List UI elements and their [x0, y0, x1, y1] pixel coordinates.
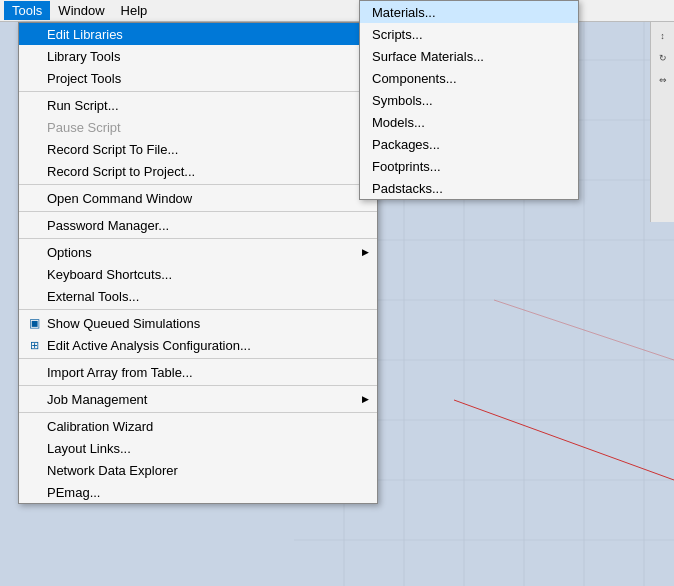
submenu-item-models[interactable]: Models...	[360, 111, 578, 133]
sep6	[19, 358, 377, 359]
mirror-button[interactable]: ⇔	[653, 70, 673, 90]
library-tools-label: Library Tools	[47, 49, 120, 64]
open-command-label: Open Command Window	[47, 191, 192, 206]
layout-links-label: Layout Links...	[47, 441, 131, 456]
svg-line-15	[454, 400, 674, 480]
surface-materials-label: Surface Materials...	[372, 49, 484, 64]
sep2	[19, 184, 377, 185]
calibration-wizard-label: Calibration Wizard	[47, 419, 153, 434]
sep8	[19, 412, 377, 413]
scripts-label: Scripts...	[372, 27, 423, 42]
submenu-item-packages[interactable]: Packages...	[360, 133, 578, 155]
job-management-label: Job Management	[47, 392, 147, 407]
models-label: Models...	[372, 115, 425, 130]
menu-item-import-array[interactable]: Import Array from Table...	[19, 361, 377, 383]
menu-item-open-command[interactable]: Open Command Window	[19, 187, 377, 209]
menu-item-password-manager[interactable]: Password Manager...	[19, 214, 377, 236]
menu-item-record-script-project[interactable]: Record Script to Project...	[19, 160, 377, 182]
menu-item-layout-links[interactable]: Layout Links...	[19, 437, 377, 459]
materials-label: Materials...	[372, 5, 436, 20]
move-button[interactable]: ↕	[653, 26, 673, 46]
rotate-button[interactable]: ↻	[653, 48, 673, 68]
project-tools-label: Project Tools	[47, 71, 121, 86]
menu-item-edit-libraries[interactable]: Edit Libraries	[19, 23, 377, 45]
menu-item-library-tools[interactable]: Library Tools	[19, 45, 377, 67]
show-queued-label: Show Queued Simulations	[47, 316, 200, 331]
sim-icon: ▣	[25, 314, 43, 332]
menu-help[interactable]: Help	[113, 1, 156, 20]
submenu-item-surface-materials[interactable]: Surface Materials...	[360, 45, 578, 67]
record-script-file-label: Record Script To File...	[47, 142, 178, 157]
submenu-item-scripts[interactable]: Scripts...	[360, 23, 578, 45]
symbols-label: Symbols...	[372, 93, 433, 108]
menu-item-project-tools[interactable]: Project Tools	[19, 67, 377, 89]
options-label: Options	[47, 245, 92, 260]
menu-item-job-management[interactable]: Job Management	[19, 388, 377, 410]
tools-dropdown-menu: Edit Libraries Library Tools Project Too…	[18, 22, 378, 504]
padstacks-label: Padstacks...	[372, 181, 443, 196]
edit-active-label: Edit Active Analysis Configuration...	[47, 338, 251, 353]
run-script-label: Run Script...	[47, 98, 119, 113]
submenu-item-symbols[interactable]: Symbols...	[360, 89, 578, 111]
menu-item-external-tools[interactable]: External Tools...	[19, 285, 377, 307]
menu-item-pemag[interactable]: PEmag...	[19, 481, 377, 503]
edit-libraries-label: Edit Libraries	[47, 27, 123, 42]
pemag-label: PEmag...	[47, 485, 100, 500]
menu-item-edit-active[interactable]: ⊞ Edit Active Analysis Configuration...	[19, 334, 377, 356]
menu-item-record-script-file[interactable]: Record Script To File...	[19, 138, 377, 160]
components-label: Components...	[372, 71, 457, 86]
toolbar-right: ↕ ↻ ⇔	[650, 22, 674, 222]
sep4	[19, 238, 377, 239]
menu-tools[interactable]: Tools	[4, 1, 50, 20]
import-array-label: Import Array from Table...	[47, 365, 193, 380]
menu-window[interactable]: Window	[50, 1, 112, 20]
network-data-explorer-label: Network Data Explorer	[47, 463, 178, 478]
menu-item-keyboard-shortcuts[interactable]: Keyboard Shortcuts...	[19, 263, 377, 285]
submenu-item-components[interactable]: Components...	[360, 67, 578, 89]
sep1	[19, 91, 377, 92]
keyboard-shortcuts-label: Keyboard Shortcuts...	[47, 267, 172, 282]
submenu-item-materials[interactable]: Materials...	[360, 1, 578, 23]
external-tools-label: External Tools...	[47, 289, 139, 304]
menu-item-options[interactable]: Options	[19, 241, 377, 263]
packages-label: Packages...	[372, 137, 440, 152]
sep5	[19, 309, 377, 310]
menu-item-show-queued[interactable]: ▣ Show Queued Simulations	[19, 312, 377, 334]
sep3	[19, 211, 377, 212]
menu-item-run-script[interactable]: Run Script...	[19, 94, 377, 116]
record-script-project-label: Record Script to Project...	[47, 164, 195, 179]
footprints-label: Footprints...	[372, 159, 441, 174]
pause-script-label: Pause Script	[47, 120, 121, 135]
submenu-item-footprints[interactable]: Footprints...	[360, 155, 578, 177]
submenu-item-padstacks[interactable]: Padstacks...	[360, 177, 578, 199]
menu-item-calibration-wizard[interactable]: Calibration Wizard	[19, 415, 377, 437]
menu-item-pause-script: Pause Script	[19, 116, 377, 138]
edit-libraries-submenu: Materials... Scripts... Surface Material…	[359, 0, 579, 200]
sep7	[19, 385, 377, 386]
cfg-icon: ⊞	[25, 336, 43, 354]
menu-item-network-data-explorer[interactable]: Network Data Explorer	[19, 459, 377, 481]
password-manager-label: Password Manager...	[47, 218, 169, 233]
